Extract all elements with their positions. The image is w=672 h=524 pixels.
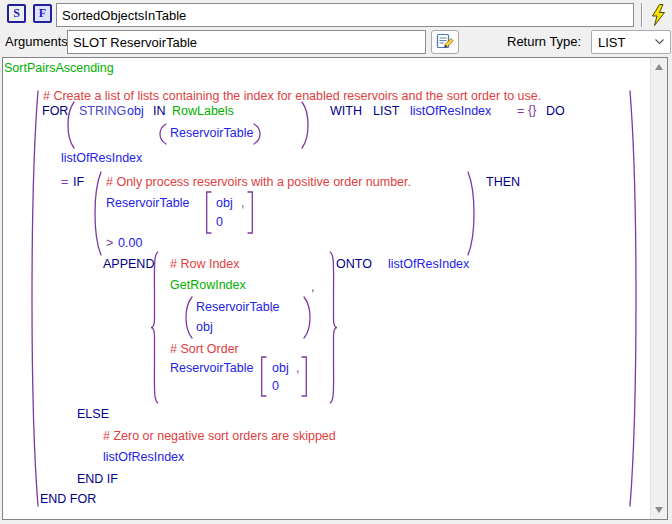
rpl-expression-pane: SortPairsAscending# Create a list of lis… (2, 57, 668, 520)
paren-close-glyph[interactable] (468, 172, 474, 255)
paren-open-glyph[interactable] (95, 172, 101, 255)
bracket-close-glyph[interactable] (302, 357, 306, 396)
edit-arguments-button[interactable] (431, 30, 459, 54)
scroll-down-icon[interactable] (655, 507, 663, 513)
rpl-function-editor: S F Arguments: Return Type: LIST (0, 0, 672, 524)
function-palette-button[interactable]: F (33, 4, 52, 23)
return-type-combo[interactable]: LIST (591, 30, 671, 54)
paren-open-glyph[interactable] (68, 102, 74, 148)
expression-delimiters (3, 58, 650, 519)
slot-palette-button[interactable]: S (7, 4, 26, 23)
brace-close-glyph[interactable] (330, 252, 337, 403)
paren-close-glyph[interactable] (254, 124, 260, 144)
return-type-label: Return Type: (507, 34, 581, 49)
bracket-open-glyph[interactable] (207, 192, 211, 233)
vertical-scrollbar[interactable] (650, 58, 667, 519)
lightning-bolt-icon (647, 15, 669, 30)
bracket-close-glyph[interactable] (248, 192, 252, 233)
function-name-input[interactable] (56, 3, 634, 27)
scroll-up-icon[interactable] (655, 64, 663, 70)
bracket-open-glyph[interactable] (262, 357, 266, 396)
brace-open-glyph[interactable] (151, 252, 158, 403)
evaluate-expression-button[interactable] (646, 2, 670, 28)
paren-open-glyph[interactable] (32, 91, 38, 506)
edit-document-icon (435, 31, 455, 54)
toolbar-separator (641, 3, 643, 27)
rpl-code-content[interactable]: SortPairsAscending# Create a list of lis… (3, 58, 650, 519)
paren-close-glyph[interactable] (630, 91, 636, 506)
return-type-value: LIST (592, 35, 655, 50)
paren-open-glyph[interactable] (160, 124, 166, 144)
arguments-label: Arguments: (5, 34, 71, 49)
paren-open-glyph[interactable] (186, 297, 192, 338)
paren-close-glyph[interactable] (302, 102, 308, 148)
chevron-down-icon (655, 39, 670, 45)
paren-close-glyph[interactable] (304, 297, 310, 338)
arguments-input[interactable] (67, 30, 426, 54)
